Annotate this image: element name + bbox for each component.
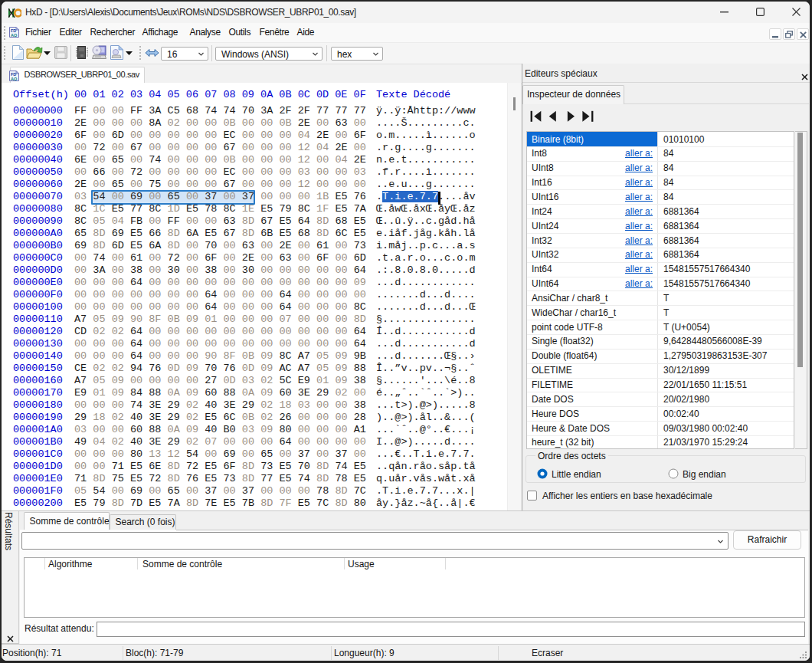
- svg-text:AO: AO: [11, 33, 18, 38]
- svg-text:AO: AO: [11, 77, 18, 81]
